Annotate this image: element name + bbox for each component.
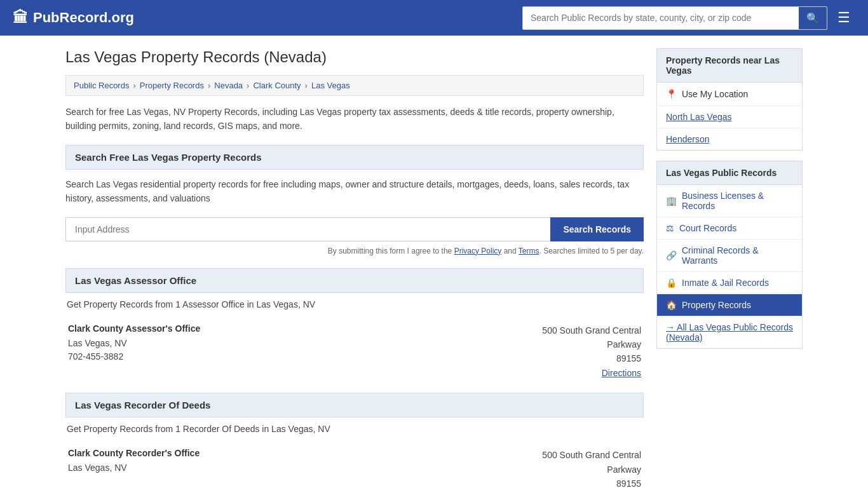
- criminal-icon: 🔗: [666, 250, 677, 261]
- sidebar: Property Records near Las Vegas 📍 Use My…: [656, 48, 803, 488]
- recorders-office-name: Clark County Recorder's Office: [68, 448, 514, 458]
- logo-text: PubRecord.org: [33, 10, 134, 26]
- sidebar-item-business-licenses[interactable]: 🏢 Business Licenses & Records: [657, 185, 802, 217]
- sidebar-item-label: Criminal Records & Warrants: [682, 245, 793, 266]
- global-search-button[interactable]: 🔍: [799, 7, 827, 29]
- breadcrumb-link-clark-county[interactable]: Clark County: [253, 81, 301, 90]
- page-description: Search for free Las Vegas, NV Property R…: [65, 105, 644, 133]
- recorders-office-map: 500 South Grand Central Parkway 89155: [514, 448, 641, 488]
- assessors-office-phone: 702-455-3882: [68, 351, 514, 362]
- privacy-policy-link[interactable]: Privacy Policy: [454, 247, 502, 255]
- sidebar-item-court-records[interactable]: ⚖ Court Records: [657, 217, 802, 240]
- business-icon: 🏢: [666, 196, 677, 206]
- global-search-container: 🔍: [522, 6, 827, 30]
- lock-icon: 🔒: [666, 278, 677, 288]
- public-records-box: Las Vegas Public Records 🏢 Business Lice…: [656, 161, 803, 349]
- nearby-north-las-vegas[interactable]: North Las Vegas: [657, 106, 802, 128]
- recorder-office-header: Las Vegas Recorder Of Deeds: [65, 393, 644, 417]
- logo-icon: 🏛: [13, 9, 28, 27]
- content-area: Las Vegas Property Records (Nevada) Publ…: [65, 48, 644, 488]
- location-icon: 📍: [666, 89, 677, 99]
- breadcrumb-link-property-records[interactable]: Property Records: [140, 81, 204, 90]
- search-records-button[interactable]: Search Records: [550, 217, 644, 241]
- nearby-henderson[interactable]: Henderson: [657, 128, 802, 150]
- terms-link[interactable]: Terms: [519, 247, 539, 255]
- all-public-records-link[interactable]: → All Las Vegas Public Records (Nevada): [657, 316, 802, 348]
- site-logo[interactable]: 🏛 PubRecord.org: [13, 9, 134, 27]
- nearby-header: Property Records near Las Vegas: [657, 49, 802, 83]
- assessors-office-name: Clark County Assessor's Office: [68, 323, 514, 334]
- address-input[interactable]: [65, 217, 550, 241]
- nearby-box: Property Records near Las Vegas 📍 Use My…: [656, 48, 803, 151]
- recorder-office-description: Get Property Records from 1 Recorder Of …: [65, 424, 644, 434]
- public-records-header: Las Vegas Public Records: [657, 161, 802, 185]
- sidebar-item-label: Business Licenses & Records: [682, 191, 793, 211]
- global-search-input[interactable]: [523, 8, 799, 28]
- use-my-location-label: Use My Location: [682, 89, 748, 99]
- page-title: Las Vegas Property Records (Nevada): [65, 48, 644, 66]
- search-description: Search Las Vegas residential property re…: [65, 177, 644, 206]
- assessor-office-header: Las Vegas Assessor Office: [65, 268, 644, 293]
- assessor-office-description: Get Property Records from 1 Assessor Off…: [65, 299, 644, 309]
- main-container: Las Vegas Property Records (Nevada) Publ…: [53, 36, 815, 488]
- form-disclaimer: By submitting this form I agree to the P…: [65, 247, 644, 255]
- assessors-office-map: 500 South Grand Central Parkway 89155 Di…: [514, 323, 641, 381]
- sidebar-item-inmate-records[interactable]: 🔒 Inmate & Jail Records: [657, 272, 802, 294]
- home-icon: 🏠: [666, 300, 677, 310]
- use-my-location-item[interactable]: 📍 Use My Location: [657, 83, 802, 106]
- header-right: 🔍 ☰: [522, 6, 855, 30]
- recorders-office-address: Las Vegas, NV: [68, 461, 514, 475]
- breadcrumb: Public Records › Property Records › Neva…: [65, 75, 644, 96]
- sidebar-item-label: Inmate & Jail Records: [682, 278, 769, 288]
- breadcrumb-link-public-records[interactable]: Public Records: [74, 81, 129, 90]
- assessor-office-entry: Clark County Assessor's Office Las Vegas…: [65, 318, 644, 393]
- sidebar-item-property-records[interactable]: 🏠 Property Records: [657, 294, 802, 316]
- court-icon: ⚖: [666, 223, 674, 233]
- breadcrumb-link-las-vegas[interactable]: Las Vegas: [311, 81, 350, 90]
- assessors-directions-link[interactable]: Directions: [602, 368, 641, 378]
- breadcrumb-link-nevada[interactable]: Nevada: [214, 81, 243, 90]
- sidebar-item-label: Court Records: [679, 223, 736, 233]
- sidebar-item-criminal-records[interactable]: 🔗 Criminal Records & Warrants: [657, 240, 802, 272]
- sidebar-item-label: Property Records: [682, 300, 751, 310]
- hamburger-menu-button[interactable]: ☰: [832, 7, 855, 29]
- assessors-office-address: Las Vegas, NV: [68, 336, 514, 350]
- address-search-form: Search Records: [65, 217, 644, 241]
- recorder-office-entry: Clark County Recorder's Office Las Vegas…: [65, 443, 644, 488]
- site-header: 🏛 PubRecord.org 🔍 ☰: [0, 0, 868, 36]
- search-section-header: Search Free Las Vegas Property Records: [65, 145, 644, 170]
